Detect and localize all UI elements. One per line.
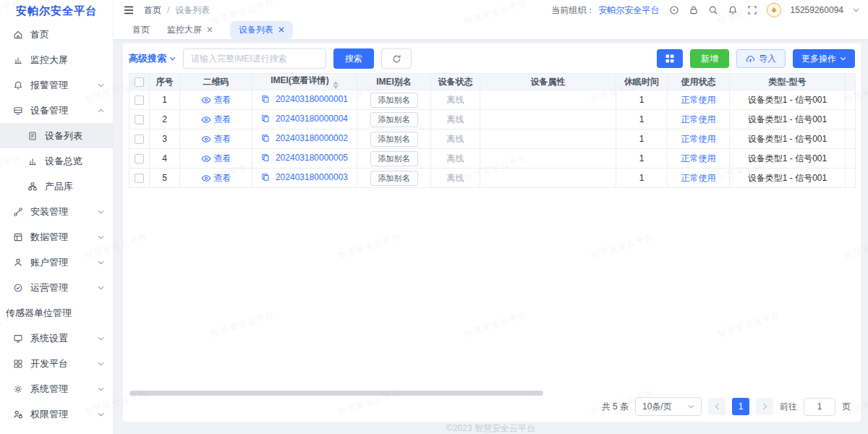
fullscreen-icon[interactable] (747, 5, 757, 15)
sidebar-item-sensor-unit-mgmt[interactable]: 传感器单位管理 (0, 300, 113, 326)
row-checkbox[interactable] (135, 95, 144, 105)
import-button[interactable]: 导入 (736, 49, 786, 68)
sleep-time: 1 (639, 173, 644, 183)
prev-page-button[interactable] (708, 398, 726, 415)
copy-icon[interactable] (261, 153, 270, 162)
add-alias-button[interactable]: 添加别名 (370, 112, 418, 127)
sleep-time: 1 (639, 153, 644, 163)
add-button[interactable]: 新增 (690, 49, 729, 68)
row-checkbox[interactable] (135, 115, 144, 124)
sidebar-item-system-mgmt[interactable]: 系统管理 (0, 376, 113, 401)
usage-status-link[interactable]: 正常使用 (681, 114, 716, 126)
sidebar-item-device-overview[interactable]: 设备总览 (0, 148, 113, 174)
username[interactable]: 15259260094 (791, 5, 843, 15)
imei-link[interactable]: 202403180000005 (276, 153, 348, 163)
qr-view-link[interactable]: 查看 (201, 94, 231, 106)
copy-icon[interactable] (261, 134, 270, 142)
usage-status-link[interactable]: 正常使用 (681, 94, 716, 106)
advanced-search-toggle[interactable]: 高级搜索 (129, 52, 176, 65)
top-header: 首页 / 设备列表 当前组织： 安帕尔安全平台 15259260094 (114, 0, 868, 20)
page-number-1[interactable]: 1 (732, 398, 749, 415)
add-alias-button[interactable]: 添加别名 (370, 171, 418, 186)
globe-icon[interactable] (669, 5, 679, 15)
hamburger-icon[interactable] (124, 6, 134, 14)
more-actions-button[interactable]: 更多操作 (793, 49, 855, 68)
lock-icon[interactable] (689, 5, 699, 15)
sidebar-item-monitor-screen[interactable]: 监控大屏 (0, 47, 113, 72)
imei-link[interactable]: 202403180000003 (276, 172, 348, 182)
usage-status-link[interactable]: 正常使用 (681, 153, 716, 165)
table-row: 4 查看 202403180000005 添加别名 离线 1 正常使用 设备类型… (129, 149, 856, 169)
goto-label: 前往 (780, 401, 797, 413)
imei-link[interactable]: 202403180000002 (276, 133, 348, 143)
sidebar-item-device-list[interactable]: 设备列表 (0, 123, 113, 148)
imei-link[interactable]: 202403180000001 (276, 94, 348, 104)
tab-device-list[interactable]: 设备列表 (230, 21, 293, 39)
copy-icon[interactable] (261, 114, 270, 123)
search-button[interactable]: 搜索 (333, 48, 374, 69)
chevron-down-icon[interactable] (853, 8, 859, 12)
sidebar-item-operation-mgmt[interactable]: 运营管理 (0, 275, 113, 300)
add-alias-button[interactable]: 添加别名 (370, 151, 418, 166)
qr-view-link[interactable]: 查看 (201, 172, 231, 184)
col-type-model: 类型-型号 (730, 74, 846, 90)
sidebar-item-dev-platform[interactable]: 开发平台 (0, 351, 113, 376)
sidebar-item-alarm-mgmt[interactable]: 报警管理 (0, 72, 113, 98)
settings-monitor-icon (13, 333, 23, 344)
refresh-button[interactable] (381, 48, 412, 69)
close-icon[interactable] (278, 27, 284, 33)
chevron-up-icon (98, 109, 104, 113)
sidebar-item-data-mgmt[interactable]: 数据管理 (0, 224, 113, 250)
qr-view-link[interactable]: 查看 (201, 114, 231, 126)
device-status: 离线 (447, 95, 464, 105)
row-index: 5 (162, 173, 167, 183)
next-page-button[interactable] (756, 398, 773, 415)
chevron-down-icon (98, 260, 104, 265)
usage-status-link[interactable]: 正常使用 (681, 172, 716, 184)
sidebar-item-home[interactable]: 首页 (0, 22, 113, 47)
sidebar-item-system-settings[interactable]: 系统设置 (0, 326, 113, 351)
eye-icon (201, 174, 211, 182)
row-checkbox[interactable] (135, 174, 144, 183)
sidebar-item-product-library[interactable]: 产品库 (0, 174, 113, 199)
sidebar-item-permission-mgmt[interactable]: 权限管理 (0, 401, 113, 427)
close-icon[interactable] (207, 27, 213, 33)
row-index: 4 (162, 153, 167, 163)
row-checkbox[interactable] (135, 135, 144, 144)
type-model: 设备类型1 - 信号001 (748, 153, 827, 163)
usage-status-link[interactable]: 正常使用 (681, 133, 716, 145)
qr-view-link[interactable]: 查看 (201, 153, 231, 165)
device-status: 离线 (447, 134, 464, 144)
breadcrumb-home[interactable]: 首页 (144, 4, 161, 17)
copy-icon[interactable] (261, 173, 270, 182)
bell-icon[interactable] (728, 5, 738, 15)
column-settings-button[interactable] (657, 49, 683, 68)
copy-icon[interactable] (261, 95, 270, 103)
page-size-select[interactable]: 10条/页 (635, 397, 702, 416)
add-alias-button[interactable]: 添加别名 (370, 132, 418, 147)
row-checkbox[interactable] (135, 154, 144, 163)
sidebar-item-device-mgmt[interactable]: 设备管理 (0, 98, 113, 123)
add-alias-button[interactable]: 添加别名 (370, 93, 418, 108)
col-qrcode: 二维码 (180, 74, 252, 90)
type-model: 设备类型1 - 信号001 (748, 114, 827, 124)
sidebar-item-install-mgmt[interactable]: 安装管理 (0, 199, 113, 224)
page-unit: 页 (842, 401, 851, 413)
qr-view-link[interactable]: 查看 (201, 133, 231, 145)
tab-home[interactable]: 首页 (132, 24, 150, 36)
main-content: 高级搜索 搜索 新增 导入 更多操作 (114, 40, 868, 434)
sort-carets[interactable] (333, 81, 339, 89)
eye-icon (201, 116, 211, 124)
imei-link[interactable]: 202403180000004 (276, 114, 348, 124)
user-avatar[interactable] (767, 3, 781, 17)
org-name-link[interactable]: 安帕尔安全平台 (599, 4, 660, 17)
horizontal-scrollbar[interactable] (129, 391, 543, 396)
goto-page-input[interactable] (804, 398, 835, 416)
row-index: 1 (162, 95, 167, 105)
sidebar-item-account-mgmt[interactable]: 账户管理 (0, 250, 113, 275)
imei-search-input[interactable] (183, 48, 326, 69)
search-icon[interactable] (708, 5, 718, 15)
select-all-checkbox[interactable] (135, 77, 144, 87)
tab-monitor-screen[interactable]: 监控大屏 (167, 24, 213, 36)
tab-bar: 首页 监控大屏 设备列表 (114, 20, 868, 40)
